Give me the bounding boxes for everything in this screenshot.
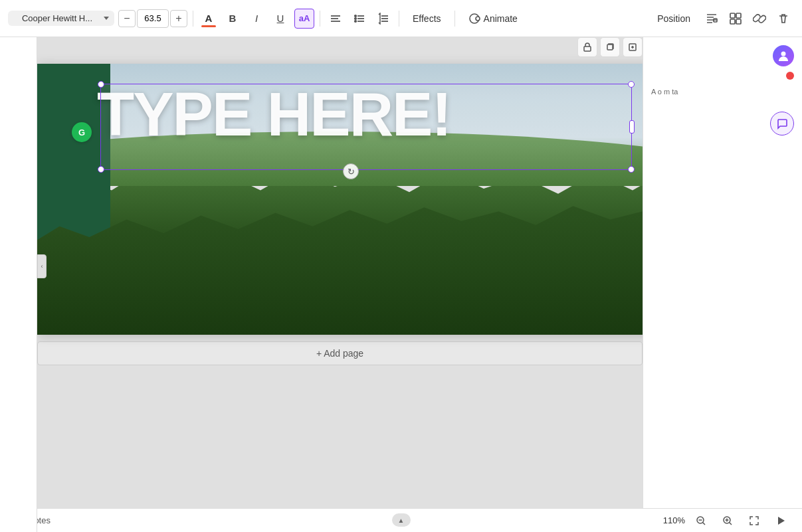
svg-point-13 — [476, 17, 480, 21]
zoom-out-button[interactable] — [690, 510, 712, 531]
grid-button[interactable] — [725, 8, 746, 29]
present-icon — [775, 515, 786, 526]
list-icon — [353, 13, 365, 25]
svg-rect-17 — [730, 19, 735, 24]
font-size-increase[interactable]: + — [170, 10, 187, 27]
add-section-icon — [628, 43, 637, 52]
handle-top-left[interactable] — [98, 81, 104, 88]
canvas-top-icons — [577, 37, 643, 57]
svg-rect-20 — [607, 44, 613, 50]
list-button[interactable] — [350, 9, 369, 29]
svg-point-8 — [355, 20, 356, 21]
position-button[interactable]: Position — [649, 10, 698, 27]
align-button[interactable] — [326, 9, 346, 29]
handle-middle-right[interactable] — [629, 120, 635, 133]
zoom-level: 110% — [663, 515, 685, 525]
align-icon — [330, 13, 342, 25]
canvas-area: G TYPE HERE! ↻ Coll — [37, 37, 643, 532]
font-selector[interactable]: Cooper Hewitt H... — [8, 11, 114, 26]
color-bar — [201, 25, 216, 27]
svg-rect-18 — [736, 19, 741, 24]
duplicate-icon — [605, 43, 615, 52]
handle-bottom-right[interactable] — [628, 166, 635, 173]
comment-icon — [776, 118, 788, 130]
animate-button[interactable]: Animate — [460, 9, 526, 28]
duplicate-button[interactable] — [600, 37, 620, 57]
svg-point-7 — [355, 17, 356, 19]
lock-button[interactable] — [577, 37, 597, 57]
divider-4 — [454, 11, 455, 27]
more-icon — [777, 12, 790, 25]
left-collapse-button[interactable]: ‹ — [37, 254, 47, 278]
svg-rect-19 — [584, 46, 591, 51]
notification-dot — [786, 72, 794, 80]
case-toggle-button[interactable]: aA — [294, 9, 314, 29]
grammarly-badge[interactable]: G — [72, 122, 92, 142]
divider-3 — [399, 11, 399, 27]
toolbar-right: Position — [649, 8, 794, 29]
fullscreen-button[interactable] — [744, 510, 765, 531]
link-icon — [753, 12, 766, 25]
link-button[interactable] — [749, 8, 770, 29]
design-canvas: G TYPE HERE! ↻ Coll — [37, 64, 643, 335]
font-name-label: Cooper Hewitt H... — [13, 13, 101, 23]
grid-icon — [729, 12, 742, 25]
svg-rect-15 — [730, 13, 735, 18]
svg-line-30 — [703, 522, 706, 525]
zoom-out-icon — [696, 515, 706, 526]
svg-line-33 — [730, 522, 732, 525]
effects-button[interactable]: Effects — [405, 10, 449, 27]
effects-label: Effects — [413, 13, 441, 24]
divider-2 — [320, 11, 320, 27]
handle-top-right[interactable] — [628, 81, 635, 88]
handle-bottom-left[interactable] — [98, 166, 104, 173]
zoom-in-button[interactable] — [717, 510, 738, 531]
toolbar: Cooper Hewitt H... − + A B I U aA — [0, 0, 802, 37]
main-area: ‹ — [0, 37, 802, 532]
comment-button[interactable] — [770, 112, 794, 135]
bold-button[interactable]: B — [223, 9, 243, 29]
line-spacing-button[interactable] — [373, 9, 393, 29]
svg-point-24 — [781, 52, 786, 56]
animate-label: Animate — [484, 13, 518, 24]
user-avatar[interactable] — [773, 45, 794, 66]
present-button[interactable] — [770, 510, 791, 531]
underline-button[interactable]: U — [270, 9, 290, 29]
bottom-bar: Notes ▲ 110% — [0, 508, 802, 532]
svg-point-6 — [355, 15, 356, 16]
more-button[interactable] — [773, 8, 794, 29]
right-panel: A o m ta — [643, 37, 802, 532]
line-spacing-icon — [377, 13, 389, 25]
left-sidebar: ‹ — [0, 37, 37, 532]
fullscreen-icon — [749, 515, 759, 526]
font-size-control: − + — [118, 9, 187, 28]
add-section-button[interactable] — [623, 37, 643, 57]
rotate-handle[interactable]: ↻ — [343, 163, 359, 179]
animate-icon — [468, 13, 480, 25]
divider-1 — [193, 11, 193, 27]
add-page-label: + Add page — [316, 348, 363, 359]
tools-button[interactable] — [701, 8, 722, 29]
bottom-right-icons: 110% — [663, 510, 791, 531]
zoom-in-icon — [722, 515, 733, 526]
svg-marker-36 — [778, 517, 785, 525]
add-page-bar[interactable]: + Add page — [37, 341, 643, 365]
rotate-handle-wrapper: ↻ — [343, 163, 359, 179]
user-avatar-icon — [777, 49, 790, 62]
font-size-decrease[interactable]: − — [118, 10, 136, 27]
text-color-button[interactable]: A — [199, 9, 219, 29]
italic-button[interactable]: I — [247, 9, 266, 29]
font-dropdown-chevron — [104, 17, 109, 20]
text-selection-box[interactable] — [100, 84, 632, 170]
font-size-input[interactable] — [137, 9, 169, 28]
expand-bottom-button[interactable]: ▲ — [392, 513, 411, 527]
canvas-wrapper: G TYPE HERE! ↻ Coll — [37, 64, 643, 365]
position-label: Position — [657, 13, 690, 24]
panel-text: A o m ta — [651, 84, 794, 101]
svg-rect-16 — [736, 13, 741, 18]
lock-icon — [583, 43, 592, 52]
tools-icon — [705, 12, 718, 25]
